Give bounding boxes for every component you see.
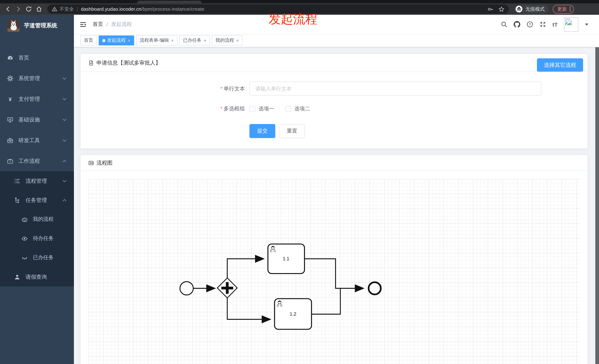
checkbox-icon[interactable] — [249, 106, 255, 112]
bpmn-diagram: 1.1 1.2 — [89, 179, 580, 364]
url-path[interactable]: /bpm/process-instance/create — [141, 6, 204, 12]
tag-close-icon[interactable]: × — [236, 38, 239, 43]
tag-label: 流程表单-编辑 — [140, 37, 169, 43]
top-navbar: 首页 / 发起流程 ? t — [74, 15, 599, 34]
tag-home[interactable]: 首页 — [80, 35, 97, 45]
sidebar-item-label: 首页 — [18, 54, 29, 61]
url-host[interactable]: dashboard.yudao.iocoder.cn — [81, 6, 141, 12]
tags-view: 首页 发起流程 × 流程表单-编辑 × 已办任务 × 我的流程 × — [74, 34, 599, 47]
avatar-caret-down-icon[interactable] — [585, 23, 589, 26]
sequence-flow-task1-to-end — [305, 259, 363, 288]
update-label[interactable]: 更新 — [557, 6, 567, 12]
breadcrumb-home[interactable]: 首页 — [93, 21, 103, 28]
search-icon[interactable] — [501, 21, 507, 28]
user-task-node-2: 1.2 — [274, 299, 311, 329]
sidebar-item-infrastructure[interactable]: 基础设施 — [0, 109, 74, 130]
avatar[interactable] — [564, 17, 578, 32]
choose-other-process-button[interactable]: 选择其它流程 — [537, 58, 583, 72]
sequence-flow-gateway-to-task2 — [227, 298, 270, 319]
checkbox-icon[interactable] — [285, 106, 291, 112]
app-title: 芋道管理系统 — [24, 22, 57, 29]
sidebar-item-label: 我的流程 — [33, 216, 53, 223]
breadcrumb-separator: / — [106, 21, 108, 27]
sidebar-item-payment[interactable]: ¥ 支付管理 — [0, 89, 74, 109]
browser-menu-kebab-icon[interactable] — [569, 6, 571, 12]
sidebar-item-label: 支付管理 — [18, 95, 40, 102]
fullscreen-icon[interactable] — [539, 21, 546, 28]
required-marker: * — [220, 85, 222, 91]
field-label: *多选框组 — [80, 105, 249, 112]
sidebar-collapse-icon[interactable] — [79, 21, 87, 28]
browser-update-button[interactable]: 更新 — [553, 5, 574, 13]
tag-close-icon[interactable]: × — [171, 38, 174, 43]
sidebar-item-process-management[interactable]: 流程管理 — [0, 171, 74, 190]
breadcrumb-current: 发起流程 — [111, 21, 132, 28]
tag-done-tasks[interactable]: 已办任务 × — [179, 35, 210, 45]
person-icon — [14, 274, 20, 280]
dashboard-icon — [7, 54, 13, 61]
active-tag-dot — [102, 39, 105, 42]
card-title: 申请信息【测试多审批人】 — [97, 59, 161, 66]
monitor-icon — [7, 117, 13, 123]
start-event-node — [180, 282, 193, 295]
tag-process-form-edit[interactable]: 流程表单-编辑 × — [136, 35, 177, 45]
single-line-text-input[interactable] — [249, 82, 541, 96]
form-actions: 提交 重置 — [80, 124, 588, 138]
sidebar-item-label: 请假查询 — [26, 273, 47, 280]
sidebar-item-workflow[interactable]: 工作流程 — [0, 151, 74, 171]
chevron-down-icon — [62, 118, 67, 121]
eye-icon — [21, 235, 28, 242]
password-key-icon[interactable] — [487, 6, 493, 12]
checkbox-option-1[interactable]: 选项一 — [249, 105, 274, 112]
sidebar-item-label: 系统管理 — [18, 75, 40, 82]
sidebar-item-dev-tools[interactable]: 研发工具 — [0, 130, 74, 151]
github-icon[interactable] — [514, 21, 520, 28]
checkbox-label: 选项一 — [259, 105, 274, 112]
page: 不安全 dashboard.yudao.iocoder.cn/bpm/proce… — [0, 0, 599, 364]
tag-close-icon[interactable]: × — [204, 38, 206, 43]
task-label: 1.1 — [283, 256, 289, 261]
sidebar-item-system[interactable]: 系统管理 — [0, 68, 74, 89]
reset-button[interactable]: 重置 — [279, 124, 305, 138]
sidebar-item-leave-query[interactable]: 请假查询 — [0, 267, 74, 287]
chevron-down-icon — [62, 139, 67, 142]
sidebar-item-label: 待办任务 — [33, 235, 53, 242]
browser-tab[interactable] — [137, 1, 202, 3]
sidebar-item-todo-tasks[interactable]: 待办任务 — [0, 229, 74, 248]
sidebar-item-done-tasks[interactable]: 已办任务 — [0, 248, 74, 267]
task-label: 1.2 — [290, 311, 296, 317]
checkbox-option-2[interactable]: 选项二 — [285, 105, 310, 112]
tag-close-icon[interactable]: × — [128, 38, 131, 43]
reload-icon[interactable] — [24, 4, 33, 14]
eye-closed-icon — [21, 254, 28, 261]
sidebar-item-task-management[interactable]: 任务管理 — [0, 190, 74, 210]
tag-start-process[interactable]: 发起流程 × — [99, 35, 134, 45]
sidebar: 芋道管理系统 首页 系统管理 ¥ — [0, 15, 74, 364]
back-icon[interactable] — [3, 4, 13, 14]
picture-icon — [88, 160, 94, 166]
apply-info-card-header: 申请信息【测试多审批人】 — [80, 54, 588, 72]
submit-button[interactable]: 提交 — [249, 124, 275, 138]
briefcase-icon — [7, 158, 13, 164]
sidebar-logo[interactable]: 芋道管理系统 — [0, 15, 74, 36]
security-label[interactable]: 不安全 — [60, 6, 74, 12]
help-icon[interactable]: ? — [527, 21, 533, 28]
main-area: 首页 / 发起流程 ? t — [74, 15, 599, 364]
forward-icon[interactable] — [13, 4, 23, 14]
sidebar-item-my-process[interactable]: 我的流程 — [0, 210, 74, 229]
chevron-down-icon — [62, 98, 67, 100]
field-label: *单行文本 — [80, 85, 249, 92]
incognito-icon — [515, 5, 523, 13]
tag-my-process[interactable]: 我的流程 × — [212, 35, 242, 45]
sidebar-item-home[interactable]: 首页 — [0, 47, 74, 68]
toolbox-icon — [7, 137, 13, 144]
user-task-node-1: 1.1 — [268, 244, 305, 274]
browser-scrollbar[interactable] — [595, 15, 599, 364]
tag-label: 我的流程 — [215, 37, 234, 43]
apply-info-card: 申请信息【测试多审批人】 选择其它流程 *单行文本 *多选框组 — [80, 53, 588, 149]
sequence-flow-task2-join — [311, 288, 340, 314]
document-icon — [88, 60, 94, 66]
font-size-icon[interactable]: tT — [552, 21, 558, 27]
bookmark-star-icon[interactable] — [499, 6, 504, 12]
home-icon[interactable] — [34, 4, 44, 14]
